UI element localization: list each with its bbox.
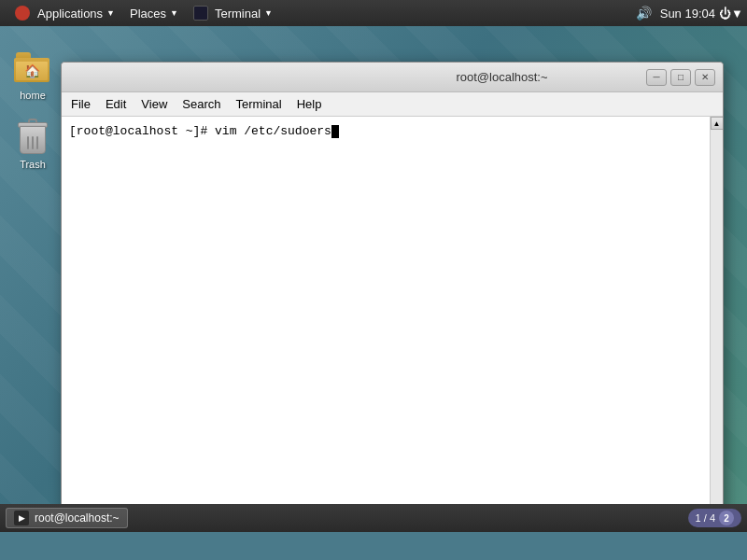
places-menu[interactable]: Places ▼	[122, 4, 186, 23]
terminal-body: [root@localhost ~]# vim /etc/sudoers ▲ ▼	[62, 117, 723, 523]
power-icon[interactable]: ⏻▼	[723, 5, 740, 21]
menu-edit[interactable]: Edit	[100, 95, 132, 113]
terminal-arrow-icon: ▼	[264, 8, 273, 18]
terminal-content[interactable]: [root@localhost ~]# vim /etc/sudoers	[62, 117, 710, 523]
applications-arrow-icon: ▼	[106, 8, 115, 18]
desktop-icon-home[interactable]: 🏠 home	[3, 45, 63, 105]
terminal-scrollbar: ▲ ▼	[710, 117, 723, 523]
terminal-menu-bar: File Edit View Search Terminal Help	[62, 92, 723, 117]
menu-file[interactable]: File	[65, 95, 96, 113]
close-button[interactable]: ✕	[695, 69, 715, 86]
scroll-track[interactable]	[711, 130, 724, 510]
prompt-text: [root@localhost ~]# vim /etc/sudoers	[69, 124, 331, 138]
title-bar: root@localhost:~ ─ □ ✕	[62, 63, 723, 92]
taskbar-terminal-label: root@localhost:~	[35, 511, 120, 525]
home-icon-label: home	[20, 90, 46, 101]
applications-menu[interactable]: Applications ▼	[7, 3, 122, 23]
taskbar-left: ▶ root@localhost:~	[6, 508, 128, 528]
maximize-button[interactable]: □	[670, 69, 691, 86]
taskbar-right: 1 / 4 2	[688, 509, 741, 527]
taskbar: ▶ root@localhost:~ 1 / 4 2	[0, 504, 747, 532]
scroll-up-button[interactable]: ▲	[711, 117, 724, 130]
menu-view[interactable]: View	[135, 95, 173, 113]
workspace-badge: 2	[719, 511, 734, 525]
taskbar-terminal-icon: ▶	[14, 511, 29, 525]
terminal-cursor	[331, 125, 339, 138]
top-panel: Applications ▼ Places ▼ Terminal ▼ 🔊 Sun…	[0, 0, 747, 26]
window-title: root@localhost:~	[358, 70, 646, 84]
clock: Sun 19:04	[660, 7, 715, 21]
home-folder-icon: 🏠	[14, 49, 51, 86]
menu-terminal[interactable]: Terminal	[231, 95, 288, 113]
places-arrow-icon: ▼	[170, 8, 178, 18]
page-display: 1 / 4	[696, 512, 715, 524]
minimize-button[interactable]: ─	[646, 69, 667, 86]
desktop-icon-trash[interactable]: Trash	[3, 114, 63, 174]
terminal-menu[interactable]: Terminal ▼	[186, 3, 280, 23]
places-label: Places	[130, 7, 166, 21]
volume-icon[interactable]: 🔊	[636, 5, 653, 21]
top-right-area: 🔊 Sun 19:04 ⏻▼	[636, 5, 740, 21]
menu-search[interactable]: Search	[176, 95, 226, 113]
gnome-foot-icon	[15, 6, 30, 21]
desktop: 🏠 home	[0, 26, 747, 532]
terminal-prompt: [root@localhost ~]# vim /etc/sudoers	[69, 124, 702, 138]
trash-icon-label: Trash	[20, 159, 46, 170]
taskbar-terminal-item[interactable]: ▶ root@localhost:~	[6, 508, 128, 528]
terminal-window: root@localhost:~ ─ □ ✕ File Edit View Se…	[61, 62, 724, 524]
applications-label: Applications	[37, 7, 103, 21]
terminal-label: Terminal	[215, 7, 261, 21]
top-left-menu: Applications ▼ Places ▼ Terminal ▼	[7, 3, 280, 23]
workspace-indicator[interactable]: 1 / 4 2	[688, 509, 741, 527]
desktop-icons: 🏠 home	[0, 35, 65, 183]
window-controls: ─ □ ✕	[646, 69, 715, 86]
menu-help[interactable]: Help	[291, 95, 328, 113]
trash-icon	[14, 118, 51, 155]
